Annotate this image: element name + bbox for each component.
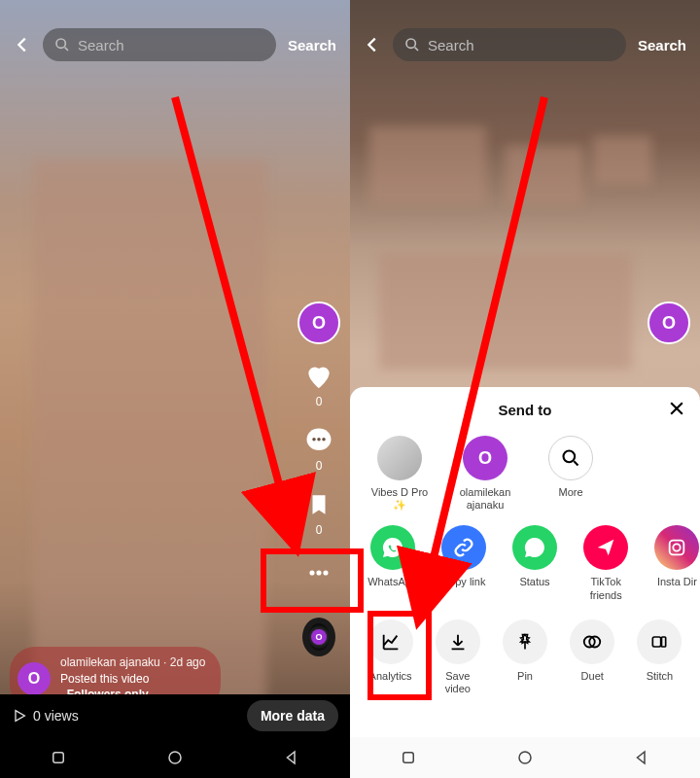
sheet-row-contacts: Vibes D Pro ✨ O olamilekan ajanaku More [350, 432, 700, 521]
action-label: Duet [581, 670, 604, 695]
search-input[interactable]: Search [393, 28, 626, 61]
android-nav-bar [350, 737, 700, 778]
close-icon [667, 399, 686, 418]
left-screenshot: 5:39 ▣ ✆ 🛡 📳 ▮▮▯ ▮▮▯ 1.8K/s ▭41 Search S… [0, 0, 350, 778]
sheet-close-button[interactable] [667, 399, 686, 421]
search-icon [54, 37, 70, 53]
svg-point-4 [322, 438, 326, 442]
svg-point-6 [316, 570, 321, 575]
share-copy-link[interactable]: Copy link [437, 525, 490, 601]
pin-icon [503, 619, 547, 664]
action-label: Stitch [647, 670, 674, 695]
bookmark-button[interactable]: 0 [302, 488, 335, 537]
action-save-video[interactable]: Save video [433, 619, 482, 695]
share-tiktok-friends[interactable]: TikTok friends [579, 525, 633, 601]
blur-region [369, 126, 486, 204]
comment-count: 0 [316, 459, 323, 473]
svg-rect-12 [670, 541, 684, 555]
share-whatsapp[interactable]: WhatsApp [366, 525, 419, 601]
disc-avatar: O [311, 629, 327, 645]
action-label: Pin [517, 670, 533, 695]
instagram-icon [654, 525, 699, 570]
contact-label: More [558, 486, 582, 512]
more-dots-icon [302, 556, 335, 589]
android-nav-bar [0, 737, 350, 778]
heart-icon [302, 360, 335, 393]
link-icon [441, 525, 486, 570]
nav-back-icon[interactable] [283, 749, 300, 766]
svg-point-9 [169, 752, 181, 763]
share-status[interactable]: Status [508, 525, 561, 601]
nav-home-icon[interactable] [516, 749, 534, 766]
app-label: WhatsApp [368, 576, 417, 601]
sheet-row-actions: Analytics Save video Pin Duet Stitch [350, 612, 700, 705]
action-stitch[interactable]: Stitch [635, 619, 684, 695]
blur-region [379, 253, 632, 370]
video-stats-bar: 0 views More data [0, 694, 350, 737]
contact-avatar-icon: O [463, 436, 508, 480]
search-button[interactable]: Search [636, 37, 688, 53]
app-label: Copy link [441, 576, 485, 601]
nav-recent-icon[interactable] [400, 749, 417, 766]
comment-icon [302, 424, 335, 457]
creator-avatar[interactable]: O [648, 301, 690, 344]
svg-rect-8 [53, 753, 64, 763]
share-instagram[interactable]: Insta Dir [650, 525, 700, 601]
share-sheet: Send to Vibes D Pro ✨ O olamilekan ajana… [350, 387, 700, 737]
share-contact-vibes[interactable]: Vibes D Pro ✨ [366, 436, 434, 512]
share-contact-olamilekan[interactable]: O olamilekan ajanaku [451, 436, 519, 512]
sheet-title: Send to [499, 402, 552, 418]
svg-point-2 [312, 438, 316, 442]
more-data-button[interactable]: More data [247, 700, 338, 731]
svg-point-5 [309, 570, 314, 575]
svg-point-11 [564, 451, 576, 463]
pill-avatar: O [18, 662, 51, 695]
comment-button[interactable]: 0 [302, 424, 335, 473]
share-more-contacts[interactable]: More [537, 436, 605, 512]
svg-rect-17 [662, 637, 666, 647]
views-count: 0 views [12, 708, 79, 724]
blur-region [33, 160, 266, 705]
action-duet[interactable]: Duet [568, 619, 617, 695]
creator-avatar[interactable]: O [298, 301, 340, 344]
more-options-button[interactable] [302, 556, 335, 589]
action-label: Save video [433, 670, 482, 695]
nav-back-icon[interactable] [633, 749, 650, 766]
contact-avatar-icon [377, 436, 422, 480]
svg-point-3 [317, 438, 321, 442]
search-input[interactable]: Search [43, 28, 276, 61]
send-icon [583, 525, 628, 570]
back-arrow-icon[interactable] [12, 34, 33, 55]
sound-disc[interactable]: O [302, 620, 335, 654]
search-icon [404, 37, 420, 53]
nav-home-icon[interactable] [166, 749, 184, 766]
whatsapp-status-share-icon [512, 525, 557, 570]
svg-point-19 [519, 752, 531, 763]
app-label: Insta Dir [657, 576, 697, 601]
top-bar: Search Search [0, 21, 350, 68]
svg-point-7 [323, 570, 328, 575]
right-action-column: O 0 0 0 O [298, 301, 340, 654]
svg-point-10 [406, 39, 415, 48]
top-bar: Search Search [350, 21, 700, 68]
svg-rect-18 [403, 753, 414, 763]
sheet-header: Send to [350, 387, 700, 432]
like-count: 0 [316, 395, 323, 408]
analytics-icon [368, 619, 413, 664]
action-analytics[interactable]: Analytics [366, 619, 415, 695]
stitch-icon [637, 619, 682, 664]
like-button[interactable]: 0 [302, 360, 335, 408]
sheet-row-apps: WhatsApp Copy link Status TikTok friends… [350, 521, 700, 611]
nav-recent-icon[interactable] [50, 749, 67, 766]
bookmark-icon [302, 488, 335, 521]
download-icon [436, 619, 480, 664]
svg-point-0 [56, 39, 65, 48]
action-pin[interactable]: Pin [500, 619, 549, 695]
play-outline-icon [12, 708, 27, 724]
search-button[interactable]: Search [286, 37, 338, 53]
bookmark-count: 0 [316, 523, 323, 537]
action-label: Analytics [369, 670, 412, 695]
whatsapp-icon [370, 525, 415, 570]
search-placeholder: Search [78, 37, 124, 53]
back-arrow-icon[interactable] [362, 34, 383, 55]
